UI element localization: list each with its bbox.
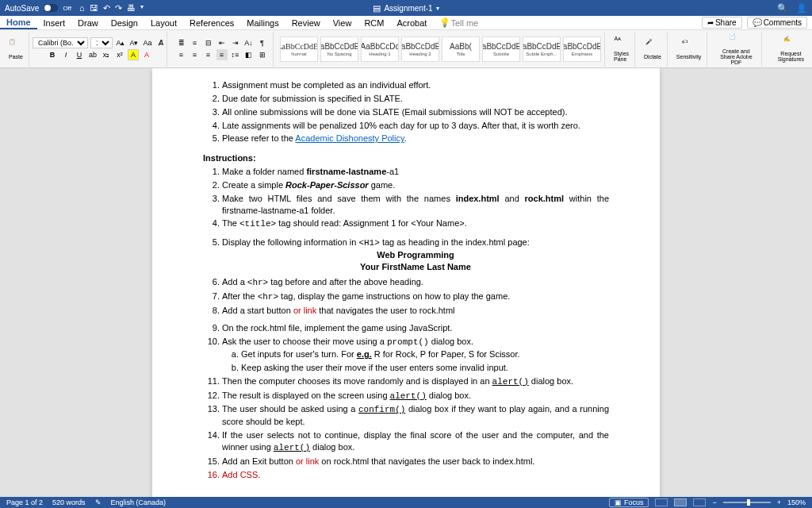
list-item: Display the following information in <H1…	[222, 237, 609, 273]
ribbon: 📋 Paste Calibri (Bo... 11 A▴ A▾ Aa A̸ B …	[0, 30, 812, 68]
print-layout-icon[interactable]	[674, 498, 687, 506]
change-case-icon[interactable]: Aa	[142, 37, 153, 48]
tab-insert[interactable]: Insert	[37, 16, 72, 29]
sub-item: Get inputs for user's turn. For e.g. R f…	[241, 348, 609, 360]
subscript-button[interactable]: x₂	[101, 49, 112, 60]
underline-button[interactable]: U	[74, 49, 85, 60]
zoom-out-button[interactable]: −	[712, 498, 716, 506]
line-spacing-icon[interactable]: ↕≡	[230, 49, 241, 60]
indent-dec-icon[interactable]: ⇤	[216, 37, 228, 48]
sub-item: Keep asking the user their move if the u…	[241, 362, 609, 374]
pdf-icon: 📄	[729, 33, 743, 48]
sort-icon[interactable]: A↓	[243, 37, 255, 48]
style-emphasis[interactable]: AaBbCcDdEeEmphasis	[563, 37, 601, 62]
justify-icon[interactable]: ≡	[216, 49, 228, 60]
clear-format-icon[interactable]: A̸	[155, 37, 167, 48]
focus-mode-button[interactable]: ▣ Focus	[609, 498, 649, 507]
document-title: Assignment-1	[384, 4, 432, 13]
paste-button[interactable]: 📋 Paste	[6, 39, 25, 60]
redo-icon[interactable]: ↷	[115, 3, 122, 13]
autosave-toggle[interactable]	[44, 4, 58, 12]
show-marks-icon[interactable]: ¶	[257, 37, 268, 48]
style-no-spacing[interactable]: AaBbCcDdEeNo Spacing	[320, 37, 358, 62]
create-pdf-button[interactable]: 📄Create and Share Adobe PDF	[714, 33, 758, 65]
style-normal[interactable]: AaBbCcDdEeNormal	[280, 37, 318, 62]
tab-draw[interactable]: Draw	[71, 16, 105, 29]
dishonesty-link[interactable]: Academic Dishonesty Policy	[295, 133, 404, 143]
font-size-select[interactable]: 11	[90, 37, 113, 48]
style-heading-1[interactable]: AaBbCcDcHeading 1	[361, 37, 399, 62]
style-subtitle[interactable]: AaBbCcDdEeSubtitle	[482, 37, 520, 62]
list-item: Then the computer chooses its move rando…	[222, 375, 609, 388]
style-heading-2[interactable]: AaBbCcDdEeHeading 2	[401, 37, 439, 62]
share-button[interactable]: ➦ Share	[702, 17, 742, 29]
tab-references[interactable]: References	[183, 16, 240, 29]
dropdown-icon[interactable]: ▾	[140, 3, 144, 13]
bold-button[interactable]: B	[47, 49, 58, 60]
list-item: On the rock.html file, implement the gam…	[222, 322, 609, 334]
spellcheck-icon[interactable]: ✎	[95, 498, 102, 506]
bullets-icon[interactable]: ≣	[176, 37, 187, 48]
undo-icon[interactable]: ↶	[103, 3, 110, 13]
list-item: Add a <hr> tag before and after the abov…	[222, 276, 609, 289]
strike-button[interactable]: ab	[87, 49, 98, 60]
language-indicator[interactable]: English (Canada)	[111, 498, 167, 506]
zoom-in-button[interactable]: +	[777, 498, 781, 506]
multilevel-icon[interactable]: ⊟	[203, 37, 214, 48]
grow-font-icon[interactable]: A▴	[115, 37, 126, 48]
superscript-button[interactable]: x²	[114, 49, 125, 60]
font-name-select[interactable]: Calibri (Bo...	[33, 37, 88, 48]
borders-icon[interactable]: ⊞	[257, 49, 268, 60]
tab-design[interactable]: Design	[105, 16, 144, 29]
web-layout-icon[interactable]	[693, 498, 706, 506]
italic-button[interactable]: I	[60, 49, 71, 60]
list-item: Create a simple Rock-Paper-Scissor game.	[222, 179, 609, 191]
tab-acrobat[interactable]: Acrobat	[390, 16, 433, 29]
tab-review[interactable]: Review	[285, 16, 327, 29]
user-icon[interactable]: 👤	[796, 3, 807, 13]
instructions-list: Make a folder named firstname-lastname-a…	[222, 166, 609, 480]
sensitivity-button[interactable]: 🏷Sensitivity	[674, 39, 704, 60]
tab-view[interactable]: View	[327, 16, 358, 29]
indent-inc-icon[interactable]: ⇥	[230, 37, 241, 48]
title-bar: AutoSave Off ⌂ 🖫 ↶ ↷ 🖶 ▾ ▤ Assignment-1 …	[0, 0, 812, 16]
read-mode-icon[interactable]	[655, 498, 668, 506]
highlight-button[interactable]: A	[128, 49, 139, 60]
search-icon[interactable]: 🔍	[777, 3, 788, 13]
align-center-icon[interactable]: ≡	[190, 49, 201, 60]
tab-tellme[interactable]: 💡 Tell me	[433, 16, 485, 29]
align-left-icon[interactable]: ≡	[176, 49, 187, 60]
styles-icon: Aᴀ	[615, 36, 629, 50]
styles-pane-button[interactable]: AᴀStyles Pane	[611, 36, 631, 62]
dictate-button[interactable]: 🎤Dictate	[642, 39, 664, 60]
tab-rcm[interactable]: RCM	[358, 16, 390, 29]
styles-gallery[interactable]: AaBbCcDdEeNormalAaBbCcDdEeNo SpacingAaBb…	[280, 37, 601, 62]
list-item: Make two HTML files and save them with t…	[222, 193, 609, 217]
comments-button[interactable]: 💬 Comments	[747, 17, 807, 29]
status-bar: Page 1 of 2 520 words ✎ English (Canada)…	[0, 497, 812, 508]
instructions-heading: Instructions:	[203, 152, 609, 164]
tab-home[interactable]: Home	[0, 16, 37, 29]
clipboard-icon: 📋	[9, 39, 23, 53]
shading-icon[interactable]: ◧	[243, 49, 255, 60]
zoom-level[interactable]: 150%	[787, 498, 806, 506]
tab-mailings[interactable]: Mailings	[240, 16, 285, 29]
heading-sample: Your FirstName Last Name	[222, 261, 609, 273]
word-count[interactable]: 520 words	[52, 498, 86, 506]
request-sig-button[interactable]: ✍Request Signatures	[768, 36, 812, 62]
heading-sample: Web Programming	[222, 249, 609, 261]
print-icon[interactable]: 🖶	[127, 3, 136, 13]
style-subtle-emph-[interactable]: AaBbCcDdEeSubtle Emph...	[523, 37, 561, 62]
zoom-slider[interactable]	[723, 502, 771, 503]
style-title[interactable]: AaBb(Title	[442, 37, 480, 62]
align-right-icon[interactable]: ≡	[203, 49, 214, 60]
page-indicator[interactable]: Page 1 of 2	[6, 498, 43, 506]
numbering-icon[interactable]: ≡	[190, 37, 201, 48]
shrink-font-icon[interactable]: A▾	[128, 37, 140, 48]
list-item: Add an Exit button or link on rock.html …	[222, 456, 609, 468]
home-icon[interactable]: ⌂	[79, 3, 85, 13]
save-icon[interactable]: 🖫	[90, 3, 98, 13]
document-canvas[interactable]: Assignment must be completed as an indiv…	[0, 68, 812, 497]
font-color-button[interactable]: A	[141, 49, 152, 60]
tab-layout[interactable]: Layout	[144, 16, 183, 29]
